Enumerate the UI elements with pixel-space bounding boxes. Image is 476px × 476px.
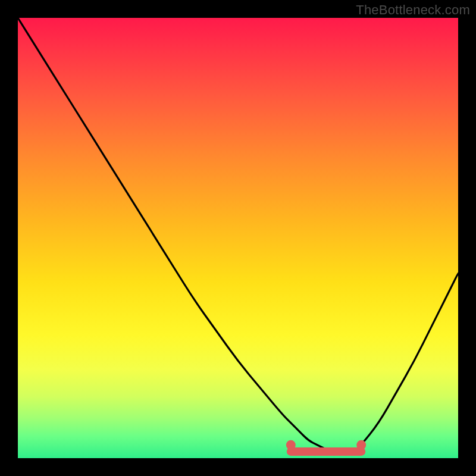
optimal-marker-right [356,440,366,450]
curve-svg [18,18,458,458]
chart-frame: TheBottleneck.com [0,0,476,476]
optimal-marker-left [286,440,296,450]
bottleneck-curve [18,18,458,454]
watermark-text: TheBottleneck.com [356,2,470,18]
plot-area [18,18,458,458]
